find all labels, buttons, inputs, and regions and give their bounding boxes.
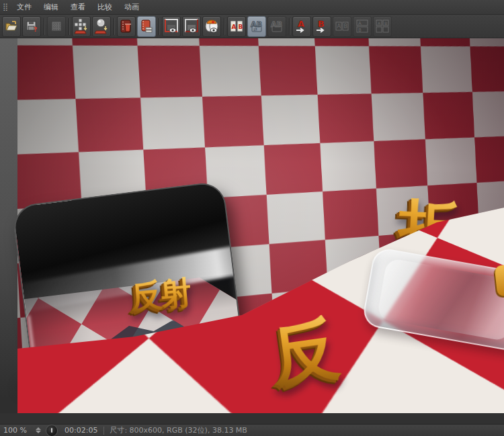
svg-text:B: B [384,21,387,26]
ab-link-3-icon: AB [375,19,390,34]
svg-text:A: A [358,21,362,26]
menu-animation[interactable]: 动画 [118,1,145,13]
set-compare-a-button[interactable] [72,16,91,37]
cross-drop-icon [74,18,89,34]
open-file-icon [5,19,18,33]
show-channels-button[interactable] [202,16,221,37]
show-image-a-button[interactable] [162,16,181,37]
ab-side-by-side-button[interactable]: AB [227,16,246,37]
channels-eye-icon [204,18,219,34]
svg-text:AB: AB [271,20,282,29]
stepper-down-icon[interactable] [36,431,41,433]
playhead-knob[interactable] [46,425,58,436]
svg-text:B: B [358,28,362,33]
goto-image-a-button[interactable]: A [292,16,311,37]
svg-text:B: B [344,24,348,30]
toolbar-separator [287,17,292,36]
pan-navigator-button[interactable] [47,16,66,37]
svg-text:?: ? [34,26,37,33]
toolbar-separator [42,17,46,36]
ab-overlay-button[interactable]: AB⇄ [247,16,266,37]
render-image[interactable]: 反射 折 射 反 射 [0,38,504,413]
svg-text:B: B [239,24,243,30]
show-image-b-button[interactable] [182,16,201,37]
svg-text:B: B [318,19,325,29]
status-bar: 100 % 00:02:05 尺寸: 800x600, RGB (32位), 3… [0,424,504,436]
menu-edit[interactable]: 编辑 [38,1,65,13]
toolbar: ? AB AB [0,15,504,38]
image-manager-button[interactable] [137,16,156,37]
menu-bar: ⣿ 文件 编辑 查看 比较 动画 [0,0,504,15]
panel-grip-icon[interactable]: ⣿ [3,3,7,11]
zoom-level: 100 % [3,426,33,435]
filmstrip-trash-icon [120,19,133,34]
image-manager-icon [140,19,153,34]
menu-view[interactable]: 查看 [65,1,91,13]
ab-link-2-button[interactable]: AB [353,16,372,37]
goto-image-b-button[interactable]: B [312,16,331,37]
toolbar-separator [67,17,71,36]
ab-difference-button[interactable]: AB [267,16,286,37]
ab-split-icon: AB [229,19,244,34]
viewer-gap-strip [0,413,504,424]
ab-difference-icon: AB [269,19,284,34]
status-separator [103,427,104,435]
sphere-drop-icon [94,18,109,34]
ab-link-1-icon: AB [335,19,349,34]
frame-a-eye-icon [164,18,179,34]
menu-compare[interactable]: 比较 [91,1,118,13]
remove-image-button[interactable] [117,16,136,37]
svg-text:A: A [378,21,381,26]
goto-a-icon: A [294,18,310,34]
menu-file[interactable]: 文件 [11,1,38,13]
toolbar-separator [112,17,116,36]
toolbar-separator [222,17,226,36]
picture-viewer-window: ⣿ 文件 编辑 查看 比较 动画 ? [0,0,504,436]
goto-b-icon: B [314,18,330,34]
save-image-button[interactable]: ? [22,16,41,37]
image-size-info: 尺寸: 800x600, RGB (32位), 38.13 MB [110,425,247,435]
stepper-up-icon[interactable] [36,427,41,430]
frame-b-eye-icon [184,18,199,34]
ab-link-1-button[interactable]: AB [333,16,351,37]
render-time: 00:02:05 [65,426,97,435]
save-icon: ? [25,19,38,33]
svg-text:A: A [232,24,237,30]
set-compare-b-button[interactable] [92,16,111,37]
navigator-icon [50,19,63,33]
svg-text:A: A [337,24,341,30]
zoom-stepper[interactable] [36,427,41,433]
ab-overlay-icon: AB⇄ [249,19,264,34]
mirror-slab: 反射 [11,181,247,404]
svg-text:A: A [298,19,304,29]
ab-link-2-icon: AB [355,19,370,34]
toolbar-separator [157,17,161,36]
ab-link-3-button[interactable]: AB [373,16,392,37]
mirror-rim-highlight [28,298,182,401]
svg-text:⇄: ⇄ [253,27,257,32]
open-file-button[interactable] [2,16,21,37]
